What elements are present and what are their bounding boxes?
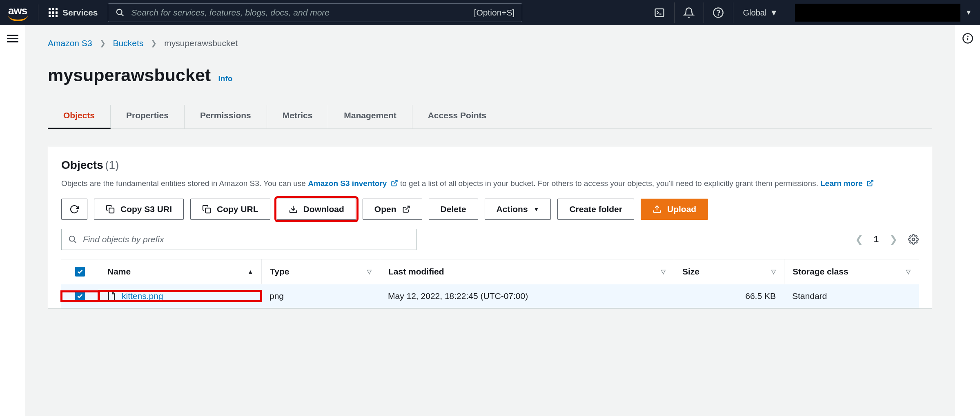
info-panel-toggle[interactable] (962, 33, 973, 416)
tab-properties[interactable]: Properties (111, 105, 185, 128)
col-name[interactable]: Name ▲ (99, 259, 261, 284)
copy-icon (106, 205, 115, 214)
copy-s3-uri-button[interactable]: Copy S3 URI (94, 199, 184, 220)
prefix-filter-input[interactable] (83, 235, 410, 244)
grid-icon (49, 8, 58, 17)
right-rail (955, 25, 980, 416)
filter-row: ❮ 1 ❯ (61, 229, 919, 250)
button-label: Copy S3 URI (120, 204, 172, 214)
delete-button[interactable]: Delete (429, 199, 478, 220)
tab-management[interactable]: Management (328, 105, 412, 128)
chevron-right-icon: ❯ (100, 39, 106, 48)
col-storage-class[interactable]: Storage class ▽ (784, 259, 919, 284)
desc-text: Objects are the fundamental entities sto… (61, 179, 308, 188)
prefix-filter[interactable] (61, 229, 416, 250)
copy-icon (202, 205, 211, 214)
search-shortcut-hint: [Option+S] (474, 8, 515, 18)
open-button[interactable]: Open (363, 199, 422, 220)
svg-rect-8 (109, 208, 114, 213)
col-label: Size (682, 267, 699, 277)
table-settings-button[interactable] (908, 234, 919, 245)
col-label: Storage class (793, 267, 849, 277)
aws-logo[interactable]: aws (8, 4, 38, 21)
breadcrumb-root[interactable]: Amazon S3 (48, 38, 92, 48)
tab-objects[interactable]: Objects (48, 105, 111, 129)
svg-line-7 (869, 180, 873, 184)
region-label: Global (743, 8, 767, 18)
actions-dropdown[interactable]: Actions ▼ (485, 199, 551, 220)
row-modified-cell: May 12, 2022, 18:22:45 (UTC-07:00) (380, 291, 674, 301)
tab-access-points[interactable]: Access Points (412, 105, 502, 128)
s3-inventory-link[interactable]: Amazon S3 inventory (308, 179, 398, 188)
row-type-cell: png (261, 291, 380, 301)
tab-metrics[interactable]: Metrics (267, 105, 329, 128)
row-size-cell: 66.5 KB (674, 291, 784, 301)
col-last-modified[interactable]: Last modified ▽ (380, 259, 674, 284)
main-content: Amazon S3 ❯ Buckets ❯ mysuperawsbucket m… (25, 25, 955, 416)
aws-logo-text: aws (8, 4, 27, 17)
row-checkbox-cell[interactable] (61, 291, 99, 301)
svg-rect-9 (205, 208, 210, 213)
app-shell: Amazon S3 ❯ Buckets ❯ mysuperawsbucket m… (0, 25, 980, 416)
col-type[interactable]: Type ▽ (261, 259, 380, 284)
breadcrumb-buckets[interactable]: Buckets (113, 38, 144, 48)
account-caret-icon[interactable]: ▼ (965, 9, 972, 16)
breadcrumb-current: mysuperawsbucket (164, 38, 238, 48)
col-label: Name (107, 267, 131, 277)
objects-table: Name ▲ Type ▽ Last modified ▽ Size (61, 259, 919, 308)
refresh-icon (69, 204, 79, 214)
global-search[interactable]: [Option+S] (108, 3, 522, 22)
col-size[interactable]: Size ▽ (674, 259, 784, 284)
download-button[interactable]: Download (277, 199, 356, 220)
tab-permissions[interactable]: Permissions (185, 105, 267, 128)
region-selector[interactable]: Global ▼ (733, 2, 788, 23)
svg-point-0 (117, 9, 122, 15)
prev-page-button[interactable]: ❮ (855, 234, 863, 245)
search-input[interactable] (131, 8, 467, 18)
upload-button[interactable]: Upload (641, 199, 708, 220)
download-icon (289, 205, 298, 214)
info-icon (962, 33, 973, 44)
svg-line-1 (122, 14, 124, 16)
panel-title: Objects (61, 159, 103, 171)
gear-icon (908, 234, 919, 245)
select-all-header[interactable] (61, 259, 99, 284)
svg-line-11 (405, 206, 409, 210)
refresh-button[interactable] (61, 199, 87, 220)
next-page-button[interactable]: ❯ (889, 234, 898, 245)
account-menu[interactable] (795, 4, 960, 22)
breadcrumb: Amazon S3 ❯ Buckets ❯ mysuperawsbucket (48, 38, 932, 48)
table-row[interactable]: kittens.png png May 12, 2022, 18:22:45 (… (61, 284, 919, 308)
bell-icon (683, 7, 695, 18)
cloudshell-button[interactable] (645, 2, 674, 23)
button-label: Create folder (569, 204, 622, 214)
sidebar-toggle[interactable] (7, 33, 18, 416)
row-storage-class-cell: Standard (784, 291, 919, 301)
sort-icon: ▽ (771, 268, 776, 275)
upload-icon (653, 205, 662, 214)
object-toolbar: Copy S3 URI Copy URL Download Open (61, 199, 919, 220)
row-name-cell: kittens.png (99, 291, 261, 301)
object-link[interactable]: kittens.png (107, 291, 253, 301)
services-menu[interactable]: Services (49, 8, 98, 18)
table-header-row: Name ▲ Type ▽ Last modified ▽ Size (61, 259, 919, 284)
search-icon (116, 8, 125, 17)
object-count: (1) (105, 159, 119, 171)
external-link-icon (391, 179, 398, 187)
info-link[interactable]: Info (218, 74, 233, 83)
notifications-button[interactable] (674, 2, 704, 23)
svg-point-18 (967, 36, 968, 37)
tabs: Objects Properties Permissions Metrics M… (48, 105, 932, 129)
copy-url-button[interactable]: Copy URL (190, 199, 270, 220)
objects-panel: Objects (1) Objects are the fundamental … (48, 146, 932, 309)
caret-down-icon: ▼ (770, 8, 778, 18)
pagination: ❮ 1 ❯ (855, 234, 919, 245)
col-label: Type (270, 267, 289, 277)
create-folder-button[interactable]: Create folder (557, 199, 634, 220)
svg-point-5 (718, 15, 718, 15)
sort-icon: ▽ (661, 268, 666, 275)
learn-more-link[interactable]: Learn more (820, 179, 874, 188)
help-button[interactable] (704, 2, 733, 23)
services-label: Services (62, 8, 98, 18)
button-label: Open (374, 204, 396, 214)
